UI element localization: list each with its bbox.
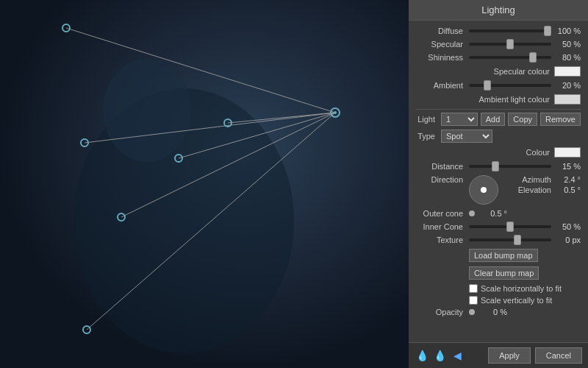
lighting-panel: Lighting Diffuse 100 % Specular 50 % Shi…: [409, 0, 588, 368]
shininess-slider-container: [469, 56, 551, 59]
opacity-label: Opacity: [416, 308, 466, 316]
inner-cone-slider[interactable]: [469, 225, 551, 228]
apply-button[interactable]: Apply: [488, 347, 531, 364]
outer-cone-row: Outer cone 0.5 °: [416, 209, 581, 218]
remove-button[interactable]: Remove: [540, 113, 581, 126]
scale-h-checkbox[interactable]: [469, 284, 478, 293]
outer-cone-value: 0.5 °: [481, 209, 507, 218]
opacity-dot: [469, 309, 475, 315]
direction-dot: [481, 187, 487, 193]
diffuse-slider-container: [469, 29, 551, 32]
specular-colour-box[interactable]: [554, 66, 581, 77]
scale-v-row: Scale vertically to fit: [416, 296, 581, 305]
ambient-colour-row: Ambient light colour: [416, 94, 581, 105]
distance-slider-container: [469, 165, 551, 168]
texture-slider[interactable]: [469, 238, 551, 241]
clear-bump-map-button[interactable]: Clear bump map: [469, 266, 539, 280]
inner-cone-slider-container: [469, 225, 551, 228]
diffuse-value: 100 %: [554, 26, 581, 35]
shininess-label: Shininess: [416, 53, 466, 62]
scale-h-label: Scale horizontally to fit: [481, 284, 562, 293]
type-select[interactable]: Spot Point Directional: [441, 130, 492, 143]
load-bump-map-button[interactable]: Load bump map: [469, 249, 538, 262]
light-select[interactable]: 1 2 3: [441, 113, 478, 126]
distance-slider[interactable]: [469, 165, 551, 168]
panel-footer: 💧 💧 ◀ Apply Cancel: [409, 342, 588, 368]
panel-title: Lighting: [409, 0, 588, 21]
footer-icon-2[interactable]: 💧: [432, 348, 447, 363]
diffuse-label: Diffuse: [416, 26, 466, 35]
direction-row: Direction Azimuth 2.4 ° Elevation 0.5 °: [416, 175, 581, 205]
scale-v-checkbox[interactable]: [469, 296, 478, 305]
specular-slider-container: [469, 43, 551, 46]
ambient-colour-box[interactable]: [554, 94, 581, 105]
shininess-value: 80 %: [554, 53, 581, 62]
type-row: Type Spot Point Directional: [416, 130, 581, 143]
load-bump-row: Load bump map: [416, 249, 581, 262]
light-selector-row: Light 1 2 3 Add Copy Remove: [416, 113, 581, 126]
canvas-svg: [0, 0, 409, 368]
opacity-row: Opacity 0 %: [416, 308, 581, 316]
texture-label: Texture: [416, 236, 466, 244]
light-colour-box[interactable]: [554, 147, 581, 158]
colour-label: Colour: [526, 148, 550, 157]
ambient-label: Ambient: [416, 81, 466, 90]
inner-cone-value: 50 %: [554, 222, 581, 231]
cancel-button[interactable]: Cancel: [535, 347, 582, 364]
panel-content: Diffuse 100 % Specular 50 % Shininess 80…: [409, 21, 588, 342]
azimuth-value: 2.4 °: [554, 175, 581, 184]
ambient-light-colour-label: Ambient light colour: [478, 95, 550, 104]
shininess-slider[interactable]: [469, 56, 551, 59]
inner-cone-label: Inner Cone: [416, 222, 466, 231]
outer-cone-dot: [469, 210, 475, 216]
svg-point-2: [103, 59, 191, 162]
ambient-value: 20 %: [554, 81, 581, 90]
specular-slider[interactable]: [469, 43, 551, 46]
scale-v-label: Scale vertically to fit: [481, 296, 552, 305]
ambient-slider[interactable]: [469, 84, 551, 87]
texture-row: Texture 0 px: [416, 236, 581, 244]
direction-sub: Azimuth 2.4 ° Elevation 0.5 °: [501, 175, 581, 194]
specular-colour-row: Specular colour: [416, 66, 581, 77]
copy-button[interactable]: Copy: [508, 113, 537, 126]
specular-value: 50 %: [554, 40, 581, 49]
footer-icon-3[interactable]: ◀: [450, 348, 465, 363]
add-button[interactable]: Add: [481, 113, 506, 126]
diffuse-row: Diffuse 100 %: [416, 26, 581, 35]
texture-slider-container: [469, 238, 551, 241]
azimuth-label: Azimuth: [513, 175, 551, 184]
opacity-value: 0 %: [481, 308, 507, 316]
elevation-row: Elevation 0.5 °: [501, 185, 581, 194]
diffuse-slider[interactable]: [469, 29, 551, 32]
colour-row: Colour: [416, 147, 581, 158]
inner-cone-row: Inner Cone 50 %: [416, 222, 581, 231]
specular-colour-label: Specular colour: [494, 67, 550, 76]
scale-h-row: Scale horizontally to fit: [416, 284, 581, 293]
type-label: Type: [416, 132, 438, 141]
direction-control[interactable]: [469, 175, 498, 205]
distance-label: Distance: [416, 162, 466, 171]
specular-row: Specular 50 %: [416, 40, 581, 49]
footer-icons: 💧 💧 ◀: [415, 348, 484, 363]
shininess-row: Shininess 80 %: [416, 53, 581, 62]
canvas-area: [0, 0, 409, 368]
specular-label: Specular: [416, 40, 466, 49]
light-label: Light: [416, 115, 438, 124]
elevation-value: 0.5 °: [554, 185, 581, 194]
elevation-label: Elevation: [513, 185, 551, 194]
ambient-row: Ambient 20 %: [416, 81, 581, 90]
distance-value: 15 %: [554, 162, 581, 171]
azimuth-row: Azimuth 2.4 °: [501, 175, 581, 184]
distance-row: Distance 15 %: [416, 162, 581, 171]
svg-point-16: [334, 111, 337, 114]
texture-value: 0 px: [554, 236, 581, 244]
ambient-slider-container: [469, 84, 551, 87]
clear-bump-row: Clear bump map: [416, 266, 581, 280]
direction-label: Direction: [416, 175, 466, 184]
outer-cone-label: Outer cone: [416, 209, 466, 218]
footer-icon-1[interactable]: 💧: [415, 348, 429, 363]
